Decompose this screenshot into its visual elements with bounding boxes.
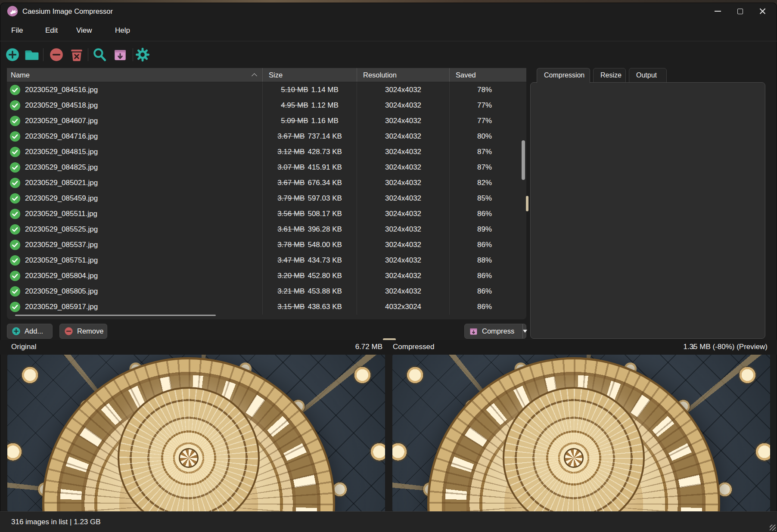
original-preview-image[interactable]: [7, 355, 385, 511]
compress-icon: [469, 327, 478, 336]
status-check-icon: [9, 84, 21, 96]
vertical-splitter-handle[interactable]: [526, 196, 528, 211]
settings-button[interactable]: [134, 46, 151, 63]
column-label: Resolution: [363, 71, 397, 79]
table-row[interactable]: 20230529_084518.jpg 4.95 MB 1.12 MB 3024…: [7, 98, 526, 113]
compressed-size: 737.14 KB: [308, 132, 342, 141]
preview-header: Original 6.72 MB Compressed ↓ 1.35 MB (-…: [0, 340, 777, 355]
compressed-size: 676.34 KB: [308, 179, 342, 187]
table-body: 20230529_084516.jpg 5.10 MB 1.14 MB 3024…: [7, 82, 526, 315]
compress-button-main[interactable]: Compress: [465, 324, 519, 338]
add-button[interactable]: Add...: [7, 324, 53, 339]
toolbar-separator: [88, 48, 88, 61]
menu-help[interactable]: Help: [111, 24, 134, 37]
preview-button[interactable]: [91, 46, 108, 63]
compressed-size: 438.63 KB: [308, 303, 342, 311]
resolution: 3024x4032: [385, 210, 421, 218]
column-header-resolution[interactable]: Resolution: [357, 68, 450, 82]
table-row[interactable]: 20230529_084815.jpg 3.12 MB 428.73 KB 30…: [7, 144, 526, 160]
table-row[interactable]: 20230529_084607.jpg 5.09 MB 1.16 MB 3024…: [7, 113, 526, 129]
open-folder-icon: [25, 47, 39, 62]
menu-view[interactable]: View: [72, 24, 96, 37]
file-name: 20230529_084516.jpg: [25, 86, 98, 94]
status-check-icon: [9, 224, 21, 235]
compress-icon: [113, 47, 127, 62]
table-horizontal-scrollbar[interactable]: [15, 315, 216, 316]
compress-toolbar-button[interactable]: [112, 46, 128, 63]
tab-resize[interactable]: Resize: [593, 68, 626, 83]
compress-button[interactable]: Compress: [464, 324, 526, 339]
add-images-button[interactable]: [4, 46, 21, 63]
table-row[interactable]: 20230529_085021.jpg 3.67 MB 676.34 KB 30…: [7, 175, 526, 191]
table-row[interactable]: 20230529_085917.jpg 3.15 MB 438.63 KB 40…: [7, 299, 526, 315]
window-title: Caesium Image Compressor: [22, 7, 113, 15]
saved-percent: 82%: [477, 179, 492, 187]
original-label: Original: [11, 343, 37, 351]
compressed-size: 452.80 KB: [308, 272, 342, 280]
toolbar: [0, 41, 777, 68]
original-size: 3.20 MB: [277, 272, 305, 280]
table-row[interactable]: 20230529_085511.jpg 3.56 MB 508.17 KB 30…: [7, 206, 526, 222]
resolution: 3024x4032: [385, 256, 421, 265]
resolution: 3024x4032: [385, 132, 421, 141]
table-row[interactable]: 20230529_084716.jpg 3.67 MB 737.14 KB 30…: [7, 129, 526, 144]
minimize-icon: [715, 11, 721, 12]
table-row[interactable]: 20230529_084825.jpg 3.07 MB 415.91 KB 30…: [7, 160, 526, 175]
saved-percent: 85%: [477, 194, 492, 203]
original-size: 3.21 MB: [277, 287, 305, 296]
compress-options-dropdown[interactable]: [522, 324, 527, 338]
status-check-icon: [9, 193, 21, 204]
column-header-size[interactable]: Size: [263, 68, 357, 82]
status-check-icon: [9, 131, 21, 142]
saved-percent: 87%: [477, 163, 492, 172]
table-header: Name Size Resolution Saved: [7, 68, 526, 82]
remove-button[interactable]: Remove: [59, 324, 107, 339]
sort-ascending-icon: [252, 73, 257, 79]
saved-percent: 86%: [477, 287, 492, 296]
clear-list-button[interactable]: [68, 46, 85, 63]
menu-edit[interactable]: Edit: [41, 24, 62, 37]
saved-percent: 77%: [477, 101, 492, 110]
saved-percent: 86%: [477, 303, 492, 311]
column-header-name[interactable]: Name: [7, 68, 263, 82]
tab-label: Resize: [600, 71, 622, 79]
resolution: 3024x4032: [385, 86, 421, 94]
table-row[interactable]: 20230529_085805.jpg 3.21 MB 453.88 KB 30…: [7, 284, 526, 299]
remove-image-button[interactable]: [48, 46, 65, 63]
file-name: 20230529_085804.jpg: [25, 272, 98, 280]
chandelier-center: [179, 448, 199, 468]
close-button[interactable]: [751, 3, 774, 20]
remove-icon: [49, 47, 64, 62]
minimize-button[interactable]: [706, 3, 729, 20]
compressed-size: 508.17 KB: [308, 210, 342, 218]
menu-file[interactable]: File: [7, 24, 27, 37]
compressed-preview-image[interactable]: [392, 355, 770, 511]
add-folder-button[interactable]: [24, 46, 40, 63]
resolution: 3024x4032: [385, 148, 421, 156]
maximize-button[interactable]: [729, 3, 751, 20]
saved-percent: 88%: [477, 256, 492, 265]
resolution: 3024x4032: [385, 117, 421, 125]
tab-compression[interactable]: Compression: [537, 68, 590, 83]
compress-button-label: Compress: [482, 327, 514, 335]
maximize-icon: [737, 9, 743, 14]
resize-grip[interactable]: [770, 525, 776, 531]
file-name: 20230529_085805.jpg: [25, 287, 98, 296]
add-icon: [5, 47, 20, 62]
table-vertical-scrollbar[interactable]: [522, 140, 525, 180]
compressed-size: 548.00 KB: [308, 241, 342, 249]
table-row[interactable]: 20230529_085751.jpg 3.47 MB 434.73 KB 30…: [7, 253, 526, 268]
table-row[interactable]: 20230529_084516.jpg 5.10 MB 1.14 MB 3024…: [7, 82, 526, 98]
original-size: 3.07 MB: [277, 163, 305, 172]
chevron-down-icon: [523, 330, 527, 333]
table-row[interactable]: 20230529_085459.jpg 3.79 MB 597.03 KB 30…: [7, 191, 526, 206]
tab-output[interactable]: Output: [629, 68, 667, 83]
compressed-size: 597.03 KB: [308, 194, 342, 203]
add-button-label: Add...: [25, 327, 43, 335]
column-header-saved[interactable]: Saved: [450, 68, 526, 82]
original-size: 3.67 MB: [277, 132, 305, 141]
table-row[interactable]: 20230529_085804.jpg 3.20 MB 452.80 KB 30…: [7, 268, 526, 284]
table-row[interactable]: 20230529_085525.jpg 3.61 MB 396.28 KB 30…: [7, 222, 526, 237]
resolution: 4032x3024: [385, 303, 421, 311]
table-row[interactable]: 20230529_085537.jpg 3.78 MB 548.00 KB 30…: [7, 237, 526, 253]
